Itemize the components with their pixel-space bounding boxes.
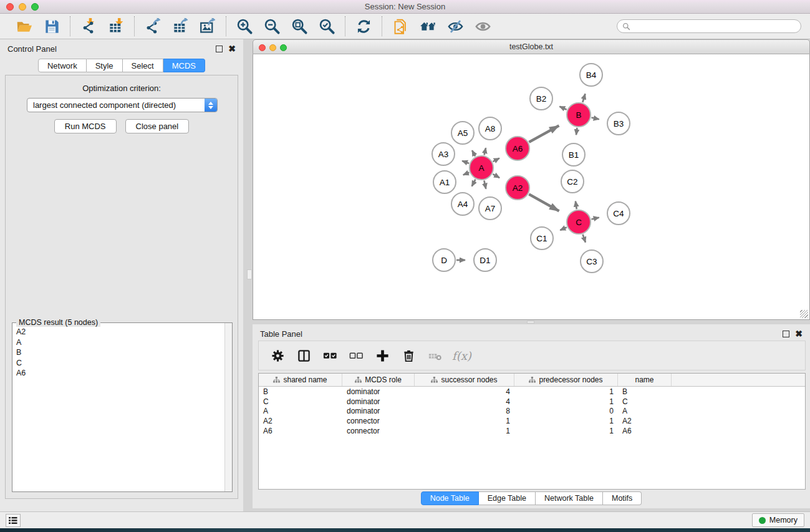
graph-node-A[interactable]: A [469, 155, 494, 180]
save-button[interactable] [41, 16, 62, 36]
graph-node-A2[interactable]: A2 [505, 175, 530, 200]
result-item[interactable]: B [13, 347, 224, 358]
column-header-predecessor-nodes[interactable]: predecessor nodes [514, 374, 618, 386]
deselect-all-button[interactable] [345, 344, 367, 367]
table-cell[interactable]: C [259, 397, 342, 406]
graph-node-A6[interactable]: A6 [505, 136, 530, 161]
home-button[interactable] [417, 16, 438, 36]
table-cell[interactable]: 1 [514, 417, 618, 425]
graph-node-A4[interactable]: A4 [451, 192, 475, 216]
net-maximize-button[interactable] [280, 44, 287, 51]
graph-node-A5[interactable]: A5 [451, 121, 475, 145]
zoom-in-button[interactable] [234, 16, 255, 36]
table-cell[interactable]: connector [342, 417, 415, 425]
memory-button[interactable]: Memory [752, 513, 804, 527]
zoom-fit-button[interactable] [289, 16, 310, 36]
close-table-panel-icon[interactable]: ✖ [795, 331, 803, 337]
graph-node-C1[interactable]: C1 [530, 226, 554, 250]
gear-button[interactable] [266, 344, 289, 367]
graph-node-C2[interactable]: C2 [561, 170, 584, 193]
graph-node-C3[interactable]: C3 [580, 249, 604, 273]
result-item[interactable]: C [13, 358, 224, 369]
show-details-button[interactable] [472, 16, 493, 36]
table-cell[interactable]: 4 [415, 387, 514, 396]
search-box[interactable] [617, 19, 801, 33]
tab-network-table[interactable]: Network Table [536, 491, 603, 505]
node-table[interactable]: shared nameMCDS rolesuccessor nodesprede… [258, 373, 806, 490]
table-row[interactable]: Bdominator41B [259, 387, 805, 397]
table-row[interactable]: A2connector11A2 [259, 416, 805, 426]
graph-node-B3[interactable]: B3 [607, 112, 630, 135]
table-cell[interactable]: 1 [514, 387, 618, 396]
table-cell[interactable]: B [618, 387, 672, 396]
graph-node-A1[interactable]: A1 [433, 170, 456, 194]
minimize-window-button[interactable] [19, 3, 26, 11]
table-cell[interactable]: 8 [415, 407, 514, 415]
net-close-button[interactable] [259, 44, 266, 51]
table-cell[interactable]: 1 [514, 397, 618, 406]
table-cell[interactable]: A [259, 407, 342, 415]
table-row[interactable]: A6connector11A6 [259, 426, 805, 436]
close-panel-button[interactable]: Close panel [125, 119, 190, 133]
column-header-name[interactable]: name [618, 374, 672, 386]
network-window-titlebar[interactable]: testGlobe.txt [253, 39, 810, 54]
hide-details-button[interactable] [445, 16, 466, 36]
table-cell[interactable]: C [618, 397, 672, 406]
graph-node-D[interactable]: D [432, 248, 456, 272]
export-image-button[interactable] [197, 16, 218, 36]
select-all-button[interactable] [319, 344, 341, 367]
float-panel-icon[interactable] [216, 46, 223, 52]
graph-node-D1[interactable]: D1 [473, 248, 497, 272]
close-panel-icon[interactable]: ✖ [228, 46, 236, 52]
tab-select[interactable]: Select [123, 59, 163, 72]
result-item[interactable]: A [13, 337, 224, 348]
column-header-MCDS-role[interactable]: MCDS role [342, 374, 415, 386]
tab-edge-table[interactable]: Edge Table [479, 491, 536, 505]
table-cell[interactable]: dominator [342, 407, 415, 415]
table-cell[interactable]: dominator [342, 387, 415, 396]
run-mcds-button[interactable]: Run MCDS [54, 119, 117, 133]
open-folder-button[interactable] [14, 16, 35, 36]
graph-node-B[interactable]: B [566, 102, 591, 127]
window-splitter-handle[interactable] [527, 321, 534, 324]
delete-column-button[interactable] [397, 344, 420, 367]
tab-mcds[interactable]: MCDS [163, 59, 205, 72]
graph-node-B1[interactable]: B1 [562, 143, 586, 167]
import-table-button[interactable] [105, 16, 127, 36]
table-row[interactable]: Adominator80A [259, 407, 805, 417]
table-cell[interactable]: 1 [514, 427, 618, 435]
table-cell[interactable]: 0 [514, 407, 618, 415]
graph-node-C[interactable]: C [566, 210, 591, 235]
graph-node-C4[interactable]: C4 [607, 201, 630, 225]
zoom-selected-button[interactable] [316, 16, 337, 36]
task-history-button[interactable] [6, 514, 21, 527]
resize-grip[interactable] [800, 310, 808, 318]
float-table-panel-icon[interactable] [783, 331, 789, 337]
graph-node-B4[interactable]: B4 [579, 63, 603, 87]
table-cell[interactable]: A6 [618, 427, 672, 435]
table-cell[interactable]: A [618, 407, 672, 415]
function-builder-icon[interactable]: f(x) [452, 349, 471, 362]
tab-motifs[interactable]: Motifs [603, 491, 642, 505]
table-cell[interactable]: A6 [259, 427, 342, 435]
graph-node-A3[interactable]: A3 [432, 142, 455, 166]
panel-splitter-handle[interactable] [247, 269, 252, 279]
search-input[interactable] [634, 22, 796, 31]
add-column-button[interactable] [371, 344, 393, 367]
tab-style[interactable]: Style [87, 59, 123, 72]
net-minimize-button[interactable] [269, 44, 276, 51]
result-item[interactable]: A2 [13, 327, 224, 337]
table-cell[interactable]: 4 [415, 397, 514, 406]
close-window-button[interactable] [6, 3, 14, 11]
table-cell[interactable]: 1 [415, 427, 514, 435]
table-cell[interactable]: B [259, 387, 342, 396]
column-header-shared-name[interactable]: shared name [259, 374, 342, 386]
criterion-select[interactable]: largest connected component (directed) [27, 98, 218, 112]
column-header-successor-nodes[interactable]: successor nodes [415, 374, 514, 386]
import-network-button[interactable] [78, 16, 99, 36]
table-cell[interactable]: A2 [618, 417, 672, 425]
tab-network[interactable]: Network [38, 59, 87, 72]
table-cell[interactable]: A2 [259, 417, 342, 425]
result-item[interactable]: A6 [13, 368, 224, 379]
table-row[interactable]: Cdominator41C [259, 397, 805, 407]
